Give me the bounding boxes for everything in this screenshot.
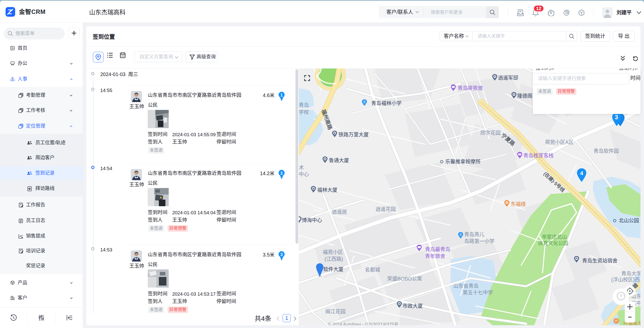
svg-text:4: 4 [580, 170, 583, 176]
svg-text:逍遥花园: 逍遥花园 [376, 206, 396, 212]
svg-text:术: 术 [299, 165, 304, 171]
svg-text:山东省青岛: 山东省青岛 [453, 283, 479, 289]
svg-text:铁路万里大厦: 铁路万里大厦 [338, 132, 369, 137]
svg-text:福苑小区: 福苑小区 [323, 249, 343, 255]
svg-text:东福楼: 东福楼 [511, 201, 526, 207]
svg-text:北山公园: 北山公园 [619, 218, 639, 223]
svg-text:(江西路): (江西路) [325, 256, 343, 262]
svg-text:隆德阁: 隆德阁 [517, 93, 532, 99]
svg-text:乐馨推拿按摩所: 乐馨推拿按摩所 [445, 159, 481, 165]
svg-text:?: ? [620, 294, 622, 299]
svg-text:逍遥居: 逍遥居 [332, 209, 347, 215]
svg-text:青岛大学: 青岛大学 [621, 271, 640, 276]
svg-text:岛路第一小学: 岛路第一小学 [464, 239, 494, 244]
svg-text:2: 2 [281, 171, 283, 175]
svg-text:逍遥军邸: 逍遥军邸 [498, 75, 518, 81]
svg-text:荣盛BOBO公寓: 荣盛BOBO公寓 [387, 276, 422, 282]
svg-text:青岛筱筱旅: 青岛筱筱旅 [458, 85, 483, 91]
svg-text:3: 3 [281, 252, 283, 257]
svg-text:中心: 中心 [299, 172, 309, 177]
svg-text:1: 1 [281, 93, 283, 97]
svg-text:市政大厦: 市政大厦 [403, 303, 423, 309]
svg-text:福林大厦: 福林大厦 [317, 187, 337, 193]
svg-text:© 2024 AutoNavi - GS(2021)6375: © 2024 AutoNavi - GS(2021)6375号 [328, 322, 398, 325]
svg-text:博海中心: 博海中心 [302, 218, 322, 223]
svg-text:体育文化公园: 体育文化公园 [538, 241, 568, 246]
svg-text:(浮山校区)西: (浮山校区)西 [611, 277, 640, 283]
svg-text:青岛桂莲客栈: 青岛桂莲客栈 [523, 153, 554, 158]
svg-text:青岛: 青岛 [299, 102, 309, 108]
svg-text:欣宇花园: 欣宇花园 [480, 130, 501, 136]
svg-text:辛家庄北山: 辛家庄北山 [542, 234, 567, 240]
svg-text:青年旅舍: 青年旅舍 [425, 253, 445, 259]
svg-text:名都城: 名都城 [365, 267, 380, 273]
svg-text:第五十七中学: 第五十七中学 [463, 290, 493, 295]
svg-text:3: 3 [615, 114, 618, 121]
svg-text:荷苑小区A区: 荷苑小区A区 [545, 139, 574, 145]
svg-text:鲁通大厦: 鲁通大厦 [329, 158, 349, 163]
svg-text:闽江花园: 闽江花园 [325, 309, 345, 314]
svg-text:文: 文 [363, 100, 366, 104]
svg-text:文: 文 [459, 233, 462, 237]
svg-text:青岛福林小学: 青岛福林小学 [371, 101, 402, 106]
svg-text:青岛最青岛: 青岛最青岛 [425, 247, 450, 252]
svg-text:青岛生资站宿舍: 青岛生资站宿舍 [582, 258, 617, 264]
svg-text:软件大厦: 软件大厦 [323, 267, 343, 272]
svg-text:学校: 学校 [299, 109, 309, 115]
svg-text:青岛软件园: 青岛软件园 [593, 148, 619, 154]
svg-text:青岛燕儿: 青岛燕儿 [464, 232, 484, 237]
